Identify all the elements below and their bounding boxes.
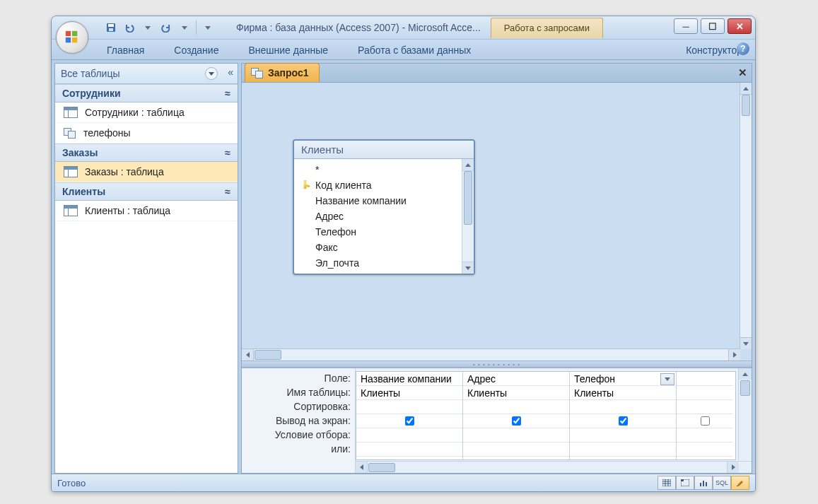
grid-label-show: Вывод на экран: (242, 414, 355, 428)
cell-show[interactable] (570, 414, 676, 428)
cell-table[interactable]: Клиенты (463, 386, 569, 400)
field-company-name[interactable]: Название компании (315, 193, 457, 209)
nav-pane-title: Все таблицы (61, 68, 120, 79)
cell-show[interactable] (463, 414, 569, 428)
scroll-up-icon[interactable] (740, 83, 752, 95)
cell-field[interactable]: Название компании (356, 372, 462, 386)
document-close-button[interactable]: ✕ (738, 66, 747, 79)
table-diagram-pane[interactable]: Клиенты * Код клиента Название компании … (242, 83, 752, 361)
redo-button[interactable] (159, 20, 173, 35)
office-button[interactable] (56, 21, 88, 54)
scroll-right-icon[interactable] (728, 349, 740, 361)
pane-vscrollbar[interactable] (740, 83, 752, 349)
view-pivottable-button[interactable] (676, 476, 694, 490)
scroll-up-icon[interactable] (739, 368, 752, 380)
nav-group-clients[interactable]: Клиенты ≈ (55, 182, 238, 201)
qat-customize-dropdown[interactable] (201, 20, 215, 35)
grid-label-sort: Сортировка: (242, 399, 355, 414)
scroll-down-icon[interactable] (740, 337, 752, 349)
scroll-down-icon[interactable] (462, 262, 474, 274)
view-sql-button[interactable]: SQL (713, 476, 731, 490)
nav-item-phones-query[interactable]: телефоны (55, 123, 238, 143)
cell-or[interactable] (570, 443, 676, 457)
nav-pane-dropdown[interactable] (205, 67, 218, 80)
close-button[interactable]: ✕ (728, 18, 752, 34)
show-checkbox[interactable] (405, 416, 414, 426)
datasheet-icon (662, 479, 671, 486)
grid-vscrollbar[interactable] (738, 368, 752, 460)
cell-sort[interactable] (356, 400, 462, 414)
cell-criteria[interactable] (356, 428, 462, 443)
cell-criteria[interactable] (463, 428, 569, 443)
field-address[interactable]: Адрес (315, 209, 457, 224)
ribbon-tab-create[interactable]: Создание (161, 41, 231, 59)
grid-column-1[interactable]: Название компании Клиенты (356, 372, 463, 459)
undo-dropdown[interactable] (141, 20, 155, 35)
cell-field[interactable]: Адрес (463, 372, 569, 386)
pivotchart-icon (699, 479, 708, 486)
show-checkbox[interactable] (619, 416, 628, 426)
undo-button[interactable] (122, 20, 136, 35)
scroll-left-icon[interactable] (356, 462, 368, 473)
view-pivotchart-button[interactable] (694, 476, 713, 490)
help-icon[interactable]: ? (737, 42, 749, 55)
grid-hscrollbar[interactable] (356, 461, 752, 473)
app-body: Все таблицы « Сотрудники ≈ Сотрудники : … (52, 60, 755, 474)
cell-show[interactable] (356, 414, 462, 428)
grid-column-2[interactable]: Адрес Клиенты (463, 372, 570, 459)
scroll-left-icon[interactable] (242, 349, 254, 361)
field-fax[interactable]: Факс (315, 240, 457, 255)
maximize-button[interactable]: ☐ (701, 18, 725, 34)
cell-table[interactable]: Клиенты (356, 386, 462, 400)
show-checkbox[interactable] (701, 416, 710, 426)
save-button[interactable] (104, 20, 118, 35)
scroll-right-icon[interactable] (727, 462, 739, 473)
field-email[interactable]: Эл_почта (315, 255, 457, 271)
office-logo-icon (64, 30, 80, 45)
ribbon-tabs: Главная Создание Внешние данные Работа с… (52, 40, 755, 60)
pane-hscrollbar[interactable] (242, 348, 740, 361)
application-window: Фирма : база данных (Access 2007) - Micr… (51, 16, 756, 492)
view-switcher: SQL (658, 476, 749, 490)
cell-or[interactable] (463, 443, 569, 457)
minimize-button[interactable]: ─ (674, 18, 698, 34)
column-selector-icon[interactable] (740, 380, 750, 396)
svg-rect-15 (703, 481, 704, 486)
cell-sort[interactable] (463, 400, 569, 414)
field-star[interactable]: * (315, 162, 457, 177)
table-box-title[interactable]: Клиенты (294, 141, 474, 159)
table-icon (64, 107, 78, 118)
title-bar: Фирма : база данных (Access 2007) - Micr… (52, 16, 755, 40)
scroll-up-icon[interactable] (462, 159, 474, 171)
nav-pane-collapse[interactable]: « (228, 66, 233, 78)
cell-or[interactable] (356, 443, 462, 457)
cell-criteria[interactable] (570, 428, 676, 443)
nav-item-clients-table[interactable]: Клиенты : таблица (55, 201, 238, 221)
table-box-scrollbar[interactable] (462, 159, 474, 274)
show-checkbox[interactable] (512, 416, 521, 426)
query-icon (64, 128, 76, 138)
nav-group-orders[interactable]: Заказы ≈ (55, 143, 238, 162)
grid-column-3[interactable]: Телефон Клиенты (570, 372, 677, 459)
view-design-button[interactable] (731, 476, 749, 490)
nav-pane-header[interactable]: Все таблицы « (55, 64, 238, 84)
nav-group-label: Заказы (62, 147, 98, 158)
nav-item-orders-table[interactable]: Заказы : таблица (55, 162, 238, 182)
field-client-code[interactable]: Код клиента (315, 177, 457, 193)
pane-splitter[interactable]: • • • • • • • • • • (242, 361, 752, 368)
grid-column-empty[interactable] (677, 372, 733, 459)
nav-item-employees-table[interactable]: Сотрудники : таблица (55, 102, 238, 123)
nav-item-label: Клиенты : таблица (85, 205, 170, 216)
cell-sort[interactable] (570, 400, 676, 414)
ribbon-tab-databasetools[interactable]: Работа с базами данных (345, 41, 484, 59)
field-dropdown-button[interactable] (660, 373, 674, 385)
redo-dropdown[interactable] (177, 20, 192, 35)
nav-group-employees[interactable]: Сотрудники ≈ (55, 84, 238, 102)
table-box-clients[interactable]: Клиенты * Код клиента Название компании … (293, 139, 475, 275)
ribbon-tab-externaldata[interactable]: Внешние данные (235, 41, 341, 59)
document-tab-query1[interactable]: Запрос1 (245, 63, 320, 82)
cell-table[interactable]: Клиенты (570, 386, 676, 400)
view-datasheet-button[interactable] (658, 476, 676, 490)
ribbon-tab-home[interactable]: Главная (94, 41, 157, 59)
field-phone[interactable]: Телефон (315, 224, 457, 240)
